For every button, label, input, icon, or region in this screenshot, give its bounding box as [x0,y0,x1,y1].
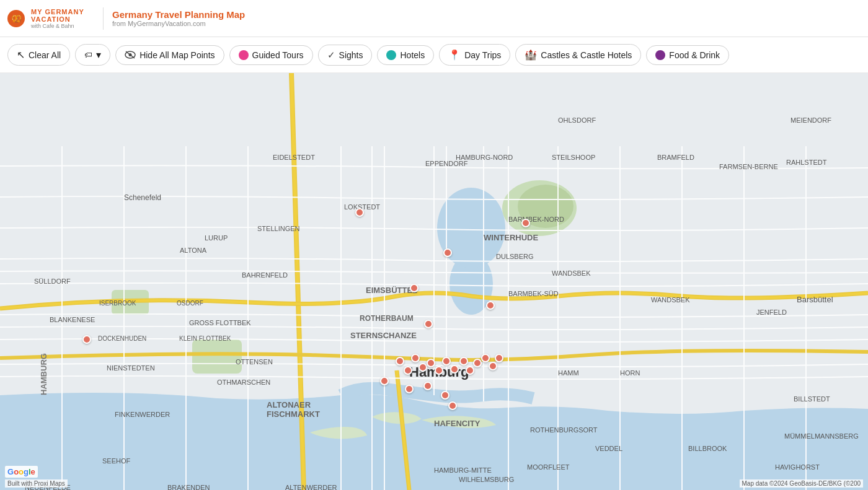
google-logo: Google [5,466,38,478]
map-pin[interactable] [473,359,482,367]
svg-text:ISERBROOK: ISERBROOK [99,300,136,307]
svg-text:EIDELSTEDT: EIDELSTEDT [273,154,315,161]
map-pin[interactable] [442,357,451,365]
map-pin[interactable] [435,366,443,375]
svg-text:JENFELD: JENFELD [756,308,787,316]
map-pin[interactable] [489,362,497,370]
map-pin[interactable] [459,357,468,365]
svg-text:STEILSHOOP: STEILSHOOP [552,154,595,161]
svg-text:HAMM: HAMM [558,369,579,377]
svg-text:EPPENDORF: EPPENDORF [425,160,468,167]
svg-text:OTHMARSCHEN: OTHMARSCHEN [217,378,270,386]
map-pin[interactable] [355,208,364,217]
map-pin[interactable] [450,365,459,374]
map-pin[interactable] [405,385,414,393]
hotels-dot [386,50,396,60]
svg-text:RAHLSTEDT: RAHLSTEDT [786,159,827,166]
map-pin[interactable] [495,354,503,362]
map-pin[interactable] [418,363,427,372]
logo-area: 🥨 MY GERMANY VACATION with Cafe & Bahn [7,8,94,29]
food-drink-label: Food & Drink [669,50,720,60]
tag-icon: 🏷 [84,50,92,59]
svg-text:FARMSEN-BERNE: FARMSEN-BERNE [719,163,778,170]
castle-icon: 🏰 [525,49,537,61]
svg-text:ALTONAER: ALTONAER [267,400,311,409]
svg-text:LURUP: LURUP [205,234,228,242]
map-attribution: Map data ©2024 GeoBasis-DE/BKG (©200 [740,479,864,488]
map-pin[interactable] [410,284,418,292]
hide-all-button[interactable]: Hide All Map Points [115,45,224,65]
svg-text:BARMBEK-NORD: BARMBEK-NORD [508,216,564,223]
map-pin[interactable] [411,354,420,362]
svg-text:ROTHERBAUM: ROTHERBAUM [360,314,414,323]
map-container[interactable]: Schenefeld SÜLLDORF BLANKENESE NIENSTEDT… [0,73,868,490]
svg-text:OSDORF: OSDORF [177,300,203,307]
day-trips-label: Day Trips [464,50,501,60]
header-subtitle: from MyGermanyVacation.com [112,20,245,27]
map-pin[interactable] [486,301,495,310]
map-pin[interactable] [427,359,435,367]
header-divider [103,7,104,30]
hotels-button[interactable]: Hotels [377,45,434,65]
day-trips-icon: 📍 [448,49,461,61]
map-pin[interactable] [443,248,452,257]
svg-rect-8 [192,339,242,374]
map-pin[interactable] [380,377,389,385]
logo-text: MY GERMANY VACATION with Cafe & Bahn [31,8,84,29]
logo-my: MY [31,8,43,15]
map-pin[interactable] [441,391,450,400]
svg-text:MEIENDORF: MEIENDORF [790,116,831,124]
svg-text:WANDSBEK: WANDSBEK [552,269,591,277]
svg-text:DOCKENHUDEN: DOCKENHUDEN [98,335,146,342]
svg-text:BAHRENFELD: BAHRENFELD [242,271,288,279]
svg-text:BRAMFELD: BRAMFELD [657,154,694,161]
svg-text:STELLINGEN: STELLINGEN [257,225,300,232]
svg-text:SEEHOF: SEEHOF [102,457,131,465]
svg-text:BLANKENESE: BLANKENESE [50,316,95,323]
logo-vacation: VACATION [31,15,71,23]
svg-text:HORN: HORN [620,369,640,377]
logo-tagline: with Cafe & Bahn [31,23,74,29]
map-pin[interactable] [466,366,474,375]
svg-text:Schenefeld: Schenefeld [124,193,161,202]
svg-text:BRAKENDEN: BRAKENDEN [167,484,210,490]
clear-all-button[interactable]: ↖ Clear All [7,44,70,66]
day-trips-button[interactable]: 📍 Day Trips [439,44,510,66]
map-pin[interactable] [424,320,433,328]
sights-button[interactable]: ✓ Sights [318,45,373,66]
header: 🥨 MY GERMANY VACATION with Cafe & Bahn G… [0,0,868,37]
svg-text:ALTENWERDER: ALTENWERDER [285,484,337,490]
svg-text:FISCHMARKT: FISCHMARKT [267,409,320,419]
map-pin[interactable] [448,401,457,410]
svg-text:GROSS FLOTTBEK: GROSS FLOTTBEK [189,319,251,326]
header-title: Germany Travel Planning Map [112,9,245,20]
header-title-area: Germany Travel Planning Map from MyGerma… [112,9,245,27]
sights-label: Sights [339,50,363,60]
map-pin[interactable] [481,354,490,362]
castles-button[interactable]: 🏰 Castles & Castle Hotels [515,44,641,66]
tag-dropdown-button[interactable]: 🏷 ▾ [75,44,110,66]
hide-icon [125,51,136,59]
map-pin[interactable] [404,366,412,375]
svg-text:HAMBURG-MITTE: HAMBURG-MITTE [434,466,492,474]
svg-text:BARMBEK-SÜD: BARMBEK-SÜD [508,290,559,297]
logo-pretzel-icon: 🥨 [7,10,25,27]
svg-text:OHLSDORF: OHLSDORF [558,116,596,124]
map-pin[interactable] [521,219,530,227]
svg-text:BILLSTEDT: BILLSTEDT [794,395,830,403]
svg-text:VEDDEL: VEDDEL [595,445,622,452]
food-drink-dot [655,50,665,60]
svg-text:WANDSBEK: WANDSBEK [651,296,690,304]
svg-text:ALTONA: ALTONA [180,247,207,254]
guided-tours-dot [239,50,249,60]
toolbar: ↖ Clear All 🏷 ▾ Hide All Map Points Guid… [0,37,868,73]
map-pin[interactable] [423,382,432,390]
svg-text:NIENSTEDTEN: NIENSTEDTEN [107,364,155,372]
guided-tours-button[interactable]: Guided Tours [229,45,313,65]
svg-text:WILHELMSBURG: WILHELMSBURG [459,476,514,483]
svg-text:DULSBERG: DULSBERG [496,253,534,260]
castles-label: Castles & Castle Hotels [541,50,632,60]
food-drink-button[interactable]: Food & Drink [646,45,729,65]
map-pin[interactable] [396,357,404,365]
map-pin[interactable] [82,335,91,344]
